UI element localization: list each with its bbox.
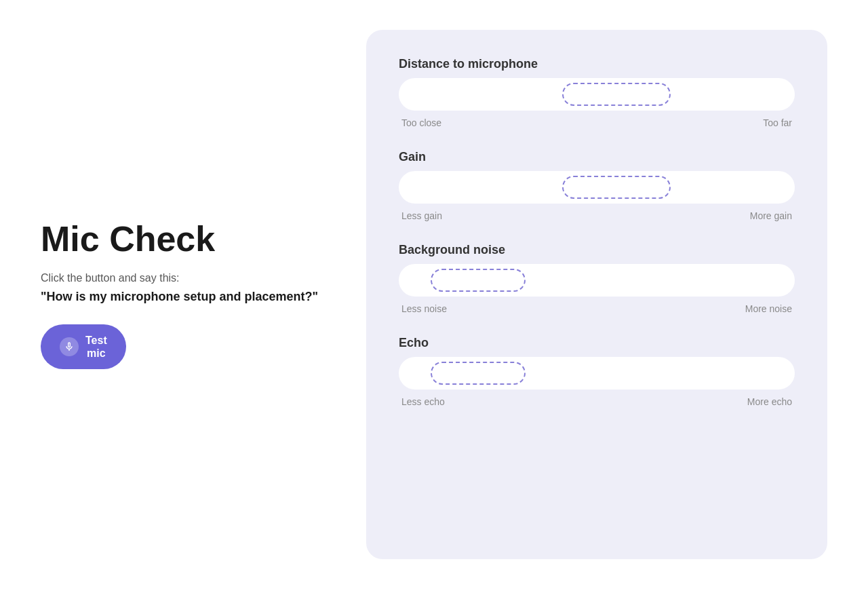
metric-label-distance: Distance to microphone	[399, 57, 795, 71]
metric-label-gain: Gain	[399, 150, 795, 164]
button-label-line1: Test	[85, 335, 107, 346]
slider-label-right-background-noise: More noise	[745, 303, 792, 314]
slider-labels-echo: Less echo More echo	[399, 396, 795, 407]
slider-track-background-noise[interactable]	[399, 264, 795, 297]
slider-thumb-background-noise[interactable]	[431, 269, 526, 292]
slider-label-left-distance: Too close	[401, 117, 441, 128]
metric-section-distance: Distance to microphone Too close Too far	[399, 57, 795, 128]
slider-label-left-gain: Less gain	[401, 210, 442, 221]
left-panel: Mic Check Click the button and say this:…	[41, 220, 366, 370]
metric-section-gain: Gain Less gain More gain	[399, 150, 795, 221]
slider-track-distance[interactable]	[399, 78, 795, 111]
slider-labels-background-noise: Less noise More noise	[399, 303, 795, 314]
page-container: Mic Check Click the button and say this:…	[0, 0, 868, 589]
right-panel: Distance to microphone Too close Too far…	[366, 30, 827, 559]
slider-label-right-distance: Too far	[763, 117, 792, 128]
slider-labels-distance: Too close Too far	[399, 117, 795, 128]
microphone-svg	[64, 341, 75, 352]
metric-label-background-noise: Background noise	[399, 243, 795, 257]
slider-label-left-background-noise: Less noise	[401, 303, 447, 314]
mic-icon	[60, 337, 79, 356]
test-mic-button[interactable]: Test mic	[41, 324, 126, 369]
slider-label-right-echo: More echo	[747, 396, 792, 407]
button-text: Test mic	[85, 334, 107, 360]
button-label-line2: mic	[87, 347, 106, 359]
slider-track-echo[interactable]	[399, 357, 795, 390]
metric-section-echo: Echo Less echo More echo	[399, 336, 795, 407]
instruction-text: Click the button and say this:	[41, 272, 326, 284]
page-title: Mic Check	[41, 220, 326, 259]
metric-label-echo: Echo	[399, 336, 795, 350]
slider-thumb-distance[interactable]	[562, 83, 671, 106]
slider-track-gain[interactable]	[399, 171, 795, 204]
metric-section-background-noise: Background noise Less noise More noise	[399, 243, 795, 314]
phrase-text: "How is my microphone setup and placemen…	[41, 290, 326, 304]
slider-label-right-gain: More gain	[750, 210, 792, 221]
slider-thumb-gain[interactable]	[562, 176, 671, 199]
slider-label-left-echo: Less echo	[401, 396, 445, 407]
slider-labels-gain: Less gain More gain	[399, 210, 795, 221]
slider-thumb-echo[interactable]	[431, 362, 526, 385]
